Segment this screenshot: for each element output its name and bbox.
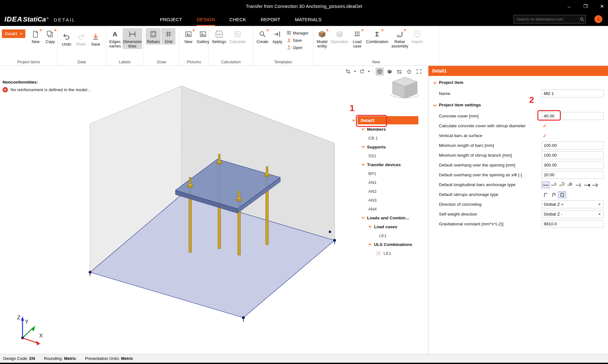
template-apply-button[interactable]: Apply (270, 28, 284, 45)
property-row-calc-cover: Calculate concrete cover with stirrup di… (428, 121, 608, 131)
template-create-button[interactable]: + Create (255, 28, 270, 45)
anchorage-end-bar-icon[interactable] (574, 181, 583, 188)
tree-item-transfer-devices[interactable]: Transfer devices (350, 160, 428, 169)
stirrup-closed-icon[interactable] (558, 191, 566, 198)
new-picture-button[interactable]: + New (181, 28, 195, 45)
anchorage-straight-icon[interactable] (542, 181, 550, 188)
combination-button[interactable]: Σ + Combination (365, 28, 390, 45)
chevron-down-icon (362, 162, 365, 166)
ribbon-group-calculation: </> Settings Calculate Calculation (209, 26, 253, 66)
tree-item-an2[interactable]: AN2 (350, 187, 428, 196)
chevron-down-icon[interactable] (368, 71, 370, 73)
property-label: Calculate concrete cover with stirrup di… (439, 123, 542, 128)
info-badge[interactable]: i (594, 15, 602, 23)
tree-item-bp1[interactable]: BP1 (350, 169, 428, 178)
min-length-bars-input[interactable] (542, 141, 604, 149)
orbit-tool-button[interactable] (358, 67, 366, 76)
checkbox-checked-icon[interactable]: ✓ (543, 133, 547, 139)
stirrup-hook-open-icon[interactable] (542, 191, 550, 198)
tree-item-uls-combinations[interactable]: ULS Combinations (350, 240, 428, 249)
property-label: Self weight direction (439, 212, 542, 217)
chevron-down-icon[interactable] (354, 71, 356, 73)
tab-design[interactable]: DESIGN (197, 13, 215, 26)
template-save-button[interactable]: Save (287, 38, 308, 43)
gallery-button[interactable]: Gallery (196, 28, 210, 45)
property-label: Minimum length of bars [mm] (439, 143, 542, 148)
section-project-item-settings[interactable]: Project item settings (428, 98, 608, 111)
annotation-marker-1: 1 (350, 103, 355, 113)
copy-project-item-button[interactable]: + Copy (43, 28, 57, 45)
template-manager-button[interactable]: Manager (287, 31, 308, 36)
anchorage-end-wedge-icon[interactable] (583, 181, 591, 188)
stirrup-hook-135-icon[interactable] (550, 191, 558, 198)
checkbox-checked-icon[interactable]: ✓ (377, 251, 381, 255)
properties-panel: Detail1 Project item Name Project item s… (428, 66, 608, 354)
search-icon[interactable] (579, 17, 586, 22)
dimension-lines-button[interactable]: Dimension lines (123, 28, 142, 49)
tab-materials[interactable]: MATERIALS (295, 13, 321, 26)
section-title: Project item settings (439, 103, 481, 107)
tree-item-an3[interactable]: AN3 (350, 196, 428, 204)
overhang-mm-input[interactable] (542, 161, 604, 169)
name-input[interactable] (542, 90, 604, 97)
properties-header: Detail1 (428, 66, 608, 76)
new-project-item-button[interactable]: + New (28, 28, 42, 45)
crop-tool-button[interactable] (344, 67, 352, 76)
axonometry-view-button[interactable] (376, 67, 384, 76)
anchorage-end-plate-icon[interactable] (591, 181, 599, 188)
calculation-settings-button[interactable]: </> Settings (211, 28, 227, 45)
tree-item-ss1[interactable]: SS1 (350, 151, 428, 160)
anchorage-hook-180-icon[interactable] (558, 181, 566, 188)
search-input[interactable] (514, 17, 579, 22)
tree-item-an1[interactable]: AN1 (350, 178, 428, 187)
minimize-button[interactable]: – (566, 4, 573, 9)
project-item-selector[interactable]: Detail1 (2, 29, 25, 38)
anchorage-loop-icon[interactable] (566, 181, 574, 188)
property-label: Name (439, 91, 542, 96)
tree-item-load-cases[interactable]: Load cases (350, 222, 428, 231)
code-settings-icon: </> (214, 29, 224, 39)
load-case-button[interactable]: + Load case (350, 28, 364, 49)
tab-report[interactable]: REPORT (261, 13, 280, 26)
template-save-icon (287, 38, 291, 43)
tree-item-label: CB 1 (368, 136, 378, 141)
checkbox-checked-icon[interactable]: ✓ (543, 123, 547, 129)
property-row-name: Name (428, 89, 608, 98)
min-length-stirrup-input[interactable] (542, 151, 604, 159)
tab-check[interactable]: CHECK (230, 13, 246, 26)
tree-item-an4[interactable]: AN4 (350, 204, 428, 213)
grid-button[interactable]: Grid (162, 28, 175, 45)
status-presentation-units: Presentation Units:Metric (85, 356, 133, 361)
anchorage-hook-90-icon[interactable] (550, 181, 558, 188)
tree-item-le1-combination[interactable]: ✓ LE1 (350, 249, 428, 258)
template-open-button[interactable]: Open (287, 45, 308, 50)
ribbon: Detail1 + New + Copy Project items Undo (0, 26, 608, 66)
coordinate-triad: Z Y X (17, 314, 43, 345)
document-plus-icon: + (31, 29, 40, 39)
rebar-assembly-button[interactable]: + Rebar assembly (390, 28, 409, 49)
tree-item-le1[interactable]: LE1 (350, 231, 428, 240)
overhang-xphi-input[interactable] (542, 171, 604, 179)
tree-item-cb1[interactable]: CB 1 (350, 134, 428, 142)
maximize-button[interactable]: ❒ (582, 3, 589, 9)
property-row-gravitational-constant: Gravitational constant [mm*s^(-2)] (428, 219, 608, 229)
edges-names-button[interactable]: A Edges names (108, 28, 122, 49)
tree-item-supports[interactable]: Supports (350, 142, 428, 151)
tree-item-label: Members (367, 127, 386, 132)
3d-viewport[interactable]: Z Y X Nonconformities: ✕ No reinforcemen… (0, 66, 428, 354)
direction-of-concreting-select[interactable]: Global Z + (542, 200, 604, 208)
save-button[interactable]: Save (89, 31, 103, 47)
rebars-button[interactable]: Rebars (146, 28, 161, 45)
property-label: Default longitudinal bars anchorage type (439, 182, 542, 187)
ribbon-group-draw: Rebars Grid Draw (144, 26, 180, 66)
self-weight-direction-select[interactable]: Global Z - (542, 210, 604, 218)
tab-project[interactable]: PROJECT (160, 13, 182, 26)
model-entity-button[interactable]: + Model entity (315, 28, 329, 49)
close-button[interactable]: ✕ (598, 3, 605, 9)
ribbon-group-label: Calculation (209, 60, 253, 64)
section-project-item[interactable]: Project item (428, 76, 608, 89)
gravitational-constant-input[interactable] (542, 220, 604, 228)
undo-button[interactable]: Undo (60, 31, 73, 47)
navigation-cube[interactable] (387, 75, 423, 104)
tree-item-loads-and-combinations[interactable]: Loads and Combin... (350, 213, 428, 222)
